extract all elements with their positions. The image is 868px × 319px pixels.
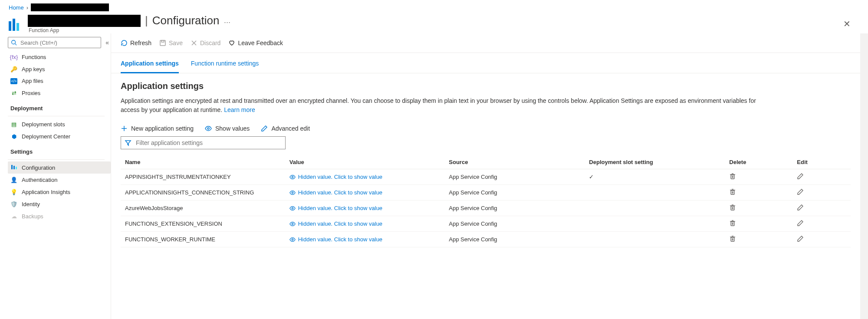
hidden-value-toggle[interactable]: Hidden value. Click to show value	[289, 189, 441, 196]
svg-rect-5	[160, 40, 165, 46]
sidebar-item-configuration[interactable]: Configuration	[8, 161, 111, 174]
th-name[interactable]: Name	[121, 155, 285, 169]
filter-input-wrap[interactable]	[121, 136, 286, 149]
close-icon[interactable]: ✕	[843, 19, 851, 29]
filter-input[interactable]	[135, 139, 282, 147]
new-app-setting-button[interactable]: New application setting	[121, 125, 194, 132]
collapse-sidebar-button[interactable]: «	[104, 37, 111, 48]
cell-name[interactable]: FUNCTIONS_WORKER_RUNTIME	[121, 232, 285, 247]
sidebar-item-app-keys[interactable]: 🔑 App keys	[8, 63, 111, 75]
edit-button[interactable]	[797, 235, 804, 242]
th-delete: Delete	[725, 155, 792, 169]
discard-label: Discard	[200, 39, 220, 46]
eye-icon	[289, 174, 296, 180]
svg-rect-32	[731, 222, 734, 226]
tabs: Application settings Function runtime se…	[111, 53, 860, 73]
pencil-icon	[797, 235, 804, 242]
sidebar-item-label: App keys	[22, 66, 45, 72]
edit-button[interactable]	[797, 188, 804, 195]
delete-button[interactable]	[729, 173, 736, 180]
cell-name[interactable]: APPLICATIONINSIGHTS_CONNECTION_STRING	[121, 185, 285, 201]
discard-icon	[191, 39, 197, 46]
sidebar-search-input[interactable]	[20, 39, 98, 46]
trash-icon	[729, 204, 736, 211]
sidebar-item-deployment-slots[interactable]: ▤ Deployment slots	[8, 118, 111, 130]
svg-point-31	[292, 223, 293, 225]
trash-icon	[729, 173, 736, 180]
cell-name[interactable]: FUNCTIONS_EXTENSION_VERSION	[121, 216, 285, 232]
sidebar-item-app-files[interactable]: </> App files	[8, 75, 111, 87]
eye-icon	[289, 205, 296, 211]
advanced-edit-button[interactable]: Advanced edit	[261, 125, 310, 132]
cell-name[interactable]: AzureWebJobsStorage	[121, 201, 285, 216]
tab-runtime-settings[interactable]: Function runtime settings	[191, 57, 259, 73]
filter-icon	[125, 139, 132, 146]
delete-button[interactable]	[729, 204, 736, 211]
svg-point-19	[292, 192, 293, 194]
app-settings-table: Name Value Source Deployment slot settin…	[121, 155, 851, 247]
cell-slot	[585, 201, 725, 216]
heart-icon	[228, 39, 235, 46]
sidebar-section-deployment: Deployment	[8, 99, 111, 114]
breadcrumb-home[interactable]: Home	[9, 4, 24, 11]
breadcrumb-resource-redacted	[31, 3, 109, 11]
save-label: Save	[169, 39, 183, 46]
edit-button[interactable]	[797, 173, 804, 180]
edit-button[interactable]	[797, 220, 804, 227]
sidebar-item-label: Authentication	[22, 177, 57, 183]
th-slot[interactable]: Deployment slot setting	[585, 155, 725, 169]
proxy-icon: ⇄	[10, 89, 17, 96]
tab-application-settings[interactable]: Application settings	[121, 57, 179, 73]
table-row: APPINSIGHTS_INSTRUMENTATIONKEYHidden val…	[121, 169, 851, 185]
title-separator: |	[145, 14, 148, 27]
sidebar-item-deployment-center[interactable]: ⬢ Deployment Center	[8, 130, 111, 142]
sidebar-item-authentication[interactable]: 👤 Authentication	[8, 174, 111, 186]
hidden-value-toggle[interactable]: Hidden value. Click to show value	[289, 220, 441, 227]
sidebar-item-backups[interactable]: ☁ Backups	[8, 210, 111, 222]
hidden-value-toggle[interactable]: Hidden value. Click to show value	[289, 205, 441, 211]
pencil-icon	[797, 173, 804, 180]
files-icon: </>	[10, 78, 17, 84]
th-value[interactable]: Value	[285, 155, 445, 169]
feedback-button[interactable]: Leave Feedback	[228, 39, 283, 46]
sidebar-search[interactable]	[8, 37, 101, 48]
learn-more-link[interactable]: Learn more	[224, 106, 255, 113]
scrollbar[interactable]	[860, 33, 868, 319]
svg-marker-12	[125, 141, 131, 145]
sidebar-item-label: Proxies	[22, 90, 40, 96]
svg-point-37	[292, 239, 293, 240]
sidebar-item-proxies[interactable]: ⇄ Proxies	[8, 87, 111, 99]
hidden-value-toggle[interactable]: Hidden value. Click to show value	[289, 236, 441, 243]
trash-icon	[729, 188, 736, 195]
eye-icon	[205, 125, 212, 132]
divider	[8, 159, 105, 160]
toolbar: Refresh Save Discard Leave Feedback	[111, 33, 860, 53]
table-row: APPLICATIONINSIGHTS_CONNECTION_STRINGHid…	[121, 185, 851, 201]
hidden-value-toggle[interactable]: Hidden value. Click to show value	[289, 174, 441, 180]
sidebar-item-identity[interactable]: 🛡️ Identity	[8, 198, 111, 210]
edit-button[interactable]	[797, 204, 804, 211]
show-values-button[interactable]: Show values	[205, 125, 250, 132]
cell-name[interactable]: APPINSIGHTS_INSTRUMENTATIONKEY	[121, 169, 285, 185]
svg-point-13	[292, 176, 293, 178]
svg-rect-6	[161, 40, 164, 42]
more-menu-button[interactable]: …	[224, 17, 231, 25]
new-app-setting-label: New application setting	[131, 125, 194, 132]
sidebar-item-app-insights[interactable]: 💡 Application Insights	[8, 186, 111, 198]
svg-line-1	[15, 44, 17, 46]
th-source[interactable]: Source	[444, 155, 585, 169]
save-button: Save	[159, 39, 183, 46]
breadcrumb: Home ›	[9, 3, 859, 11]
delete-button[interactable]	[729, 235, 736, 242]
feedback-label: Leave Feedback	[238, 39, 283, 46]
delete-button[interactable]	[729, 220, 736, 227]
sidebar-item-functions[interactable]: {fx} Functions	[8, 51, 111, 63]
discard-button: Discard	[191, 39, 220, 46]
cell-source: App Service Config	[444, 185, 585, 201]
svg-point-11	[207, 128, 209, 129]
slots-icon: ▤	[10, 121, 17, 128]
delete-button[interactable]	[729, 188, 736, 195]
svg-rect-26	[731, 206, 734, 210]
cell-source: App Service Config	[444, 216, 585, 232]
refresh-button[interactable]: Refresh	[121, 39, 151, 46]
